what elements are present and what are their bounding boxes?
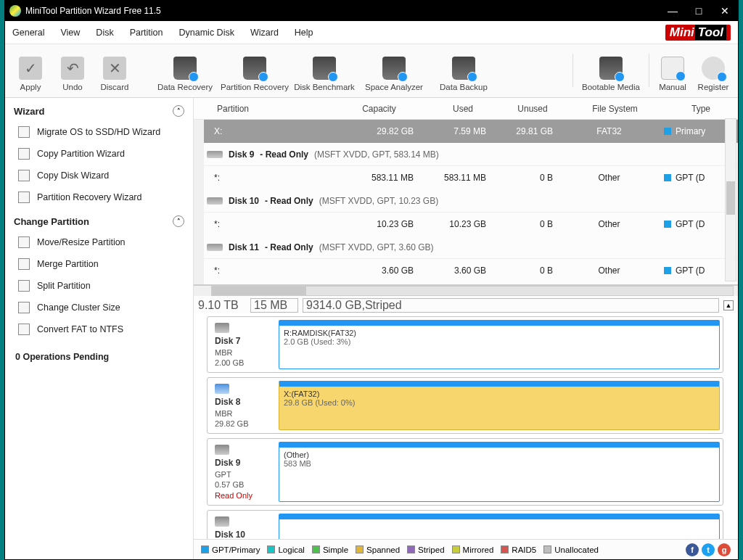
chevron-up-icon: ˄: [173, 105, 184, 117]
col-fs[interactable]: File System: [566, 104, 664, 114]
data-recovery-icon: [173, 57, 197, 80]
type-swatch-icon: [664, 221, 671, 228]
menu-disk[interactable]: Disk: [96, 28, 113, 38]
app-icon: [9, 5, 21, 17]
legend-item: Unallocated: [543, 545, 599, 554]
change-item[interactable]: Convert FAT to NTFS: [5, 318, 193, 340]
action-icon: [18, 302, 30, 313]
disk-icon: [207, 244, 223, 251]
change-item[interactable]: Change Cluster Size: [5, 297, 193, 318]
minimize-button[interactable]: —: [660, 1, 686, 21]
partition-block[interactable]: X:(FAT32)29.8 GB (Used: 0%): [279, 381, 720, 430]
action-icon: [18, 280, 30, 292]
col-cap[interactable]: Capacity: [332, 104, 427, 114]
apply-icon: [19, 57, 42, 80]
data-recovery-button[interactable]: Data Recovery: [150, 57, 220, 91]
action-icon: [18, 258, 30, 270]
action-icon: [18, 324, 30, 335]
disk-icon: [215, 445, 229, 455]
legend-item: Spanned: [356, 545, 400, 554]
menu-help[interactable]: Help: [295, 28, 313, 38]
chevron-up-icon: ˄: [173, 215, 184, 227]
menu-view[interactable]: View: [60, 28, 80, 38]
legend-swatch-icon: [543, 545, 551, 553]
partition-block[interactable]: (Other)583 MB: [279, 442, 720, 501]
pending-ops: 0 Operations Pending: [5, 340, 193, 374]
disk-card[interactable]: Disk 9GPT0.57 GBRead Only(Other)583 MB: [207, 438, 723, 505]
grid-hscrollbar[interactable]: [211, 286, 734, 296]
col-p[interactable]: Partition: [211, 104, 332, 114]
legend-swatch-icon: [356, 545, 364, 553]
brand-logo: MiniTool: [665, 25, 731, 41]
register-button[interactable]: Register: [693, 57, 734, 91]
gplus-icon[interactable]: g: [718, 543, 731, 556]
partition-block[interactable]: [279, 514, 720, 539]
col-unused[interactable]: Unused: [499, 104, 566, 114]
bootable-media-button[interactable]: Bootable Media: [576, 57, 646, 91]
wizard-item[interactable]: Migrate OS to SSD/HD Wizard: [5, 121, 193, 143]
action-icon: [18, 236, 30, 248]
close-button[interactable]: ✕: [712, 1, 738, 21]
menu-partition[interactable]: Partition: [130, 28, 163, 38]
menubar: GeneralViewDiskPartitionDynamic DiskWiza…: [5, 21, 738, 44]
titlebar: MiniTool Partition Wizard Free 11.5 — □ …: [5, 1, 738, 21]
sidebar: Wizard˄ Migrate OS to SSD/HD WizardCopy …: [5, 98, 194, 559]
discard-button[interactable]: Discard: [94, 57, 136, 91]
disk-map[interactable]: Disk 7MBR2.00 GBR:RAMDISK(FAT32)2.0 GB (…: [194, 313, 738, 539]
manual-icon: [661, 57, 684, 80]
grid-body[interactable]: X:29.82 GB7.59 MB29.81 GBFAT32PrimaryDis…: [194, 120, 738, 284]
space-analyzer-button[interactable]: Space Analyzer: [359, 57, 429, 91]
wizard-item[interactable]: Copy Disk Wizard: [5, 165, 193, 186]
tb-label: Bootable Media: [582, 83, 640, 91]
disk-group-header[interactable]: Disk 11 - Read Only(MSFT XVDD, GPT, 3.60…: [204, 236, 738, 259]
partition-row[interactable]: X:29.82 GB7.59 MB29.81 GBFAT32Primary: [204, 120, 738, 143]
disk-icon: [207, 197, 223, 205]
legend-swatch-icon: [312, 545, 320, 553]
menu-general[interactable]: General: [12, 28, 44, 38]
maximize-button[interactable]: □: [686, 1, 712, 21]
wizard-item[interactable]: Partition Recovery Wizard: [5, 186, 193, 208]
manual-button[interactable]: Manual: [652, 57, 693, 91]
partition-row[interactable]: *:3.60 GB3.60 GB0 BOtherGPT (D: [204, 259, 738, 282]
col-type[interactable]: Type: [664, 104, 738, 114]
type-swatch-icon: [664, 174, 671, 181]
data-backup-icon: [452, 57, 475, 80]
undo-button[interactable]: Undo: [52, 57, 94, 91]
disk-benchmark-button[interactable]: Disk Benchmark: [290, 57, 359, 91]
data-backup-button[interactable]: Data Backup: [429, 57, 498, 91]
register-icon: [702, 57, 725, 80]
menu-dynamic-disk[interactable]: Dynamic Disk: [179, 28, 234, 38]
change-item[interactable]: Split Partition: [5, 275, 193, 297]
disk-card[interactable]: Disk 10GPT: [207, 510, 723, 539]
grid-vscrollbar[interactable]: [725, 118, 736, 281]
partition-row[interactable]: *:583.11 MB583.11 MB0 BOtherGPT (D: [204, 166, 738, 189]
cd-icon: [599, 57, 623, 80]
menu-wizard[interactable]: Wizard: [250, 28, 279, 38]
apply-button[interactable]: Apply: [9, 57, 52, 91]
legend-item: Logical: [267, 545, 304, 554]
legend-item: GPT/Primary: [201, 545, 260, 554]
disk-icon: [215, 516, 229, 527]
legend-swatch-icon: [201, 545, 209, 553]
partition-recovery-button[interactable]: Partition Recovery: [220, 57, 290, 91]
change-group-header[interactable]: Change Partition˄: [5, 208, 193, 231]
change-item[interactable]: Move/Resize Partition: [5, 231, 193, 253]
wizard-group-header[interactable]: Wizard˄: [5, 98, 193, 121]
scroll-up-icon[interactable]: ▲: [723, 300, 734, 310]
undo-icon: [61, 57, 84, 80]
col-used[interactable]: Used: [427, 104, 499, 114]
disk-group-header[interactable]: Disk 10 - Read Only(MSFT XVDD, GPT, 10.2…: [204, 189, 738, 213]
wizard-item[interactable]: Copy Partition Wizard: [5, 143, 193, 165]
partition-row[interactable]: *:10.23 GB10.23 GB0 BOtherGPT (D: [204, 213, 738, 236]
facebook-icon[interactable]: f: [686, 543, 699, 556]
strip-box2: 9314.0 GB,Striped: [303, 298, 719, 313]
action-icon: [18, 170, 30, 181]
disk-group-header[interactable]: Disk 9 - Read Only(MSFT XVDD, GPT, 583.1…: [204, 143, 738, 166]
disk-card[interactable]: Disk 8MBR29.82 GBX:(FAT32)29.8 GB (Used:…: [207, 377, 723, 434]
partition-block[interactable]: R:RAMDISK(FAT32)2.0 GB (Used: 3%): [279, 320, 720, 369]
disk-card[interactable]: Disk 7MBR2.00 GBR:RAMDISK(FAT32)2.0 GB (…: [207, 316, 723, 373]
twitter-icon[interactable]: t: [702, 543, 715, 556]
app-title: MiniTool Partition Wizard Free 11.5: [25, 6, 660, 16]
type-swatch-icon: [664, 267, 671, 274]
change-item[interactable]: Merge Partition: [5, 253, 193, 275]
